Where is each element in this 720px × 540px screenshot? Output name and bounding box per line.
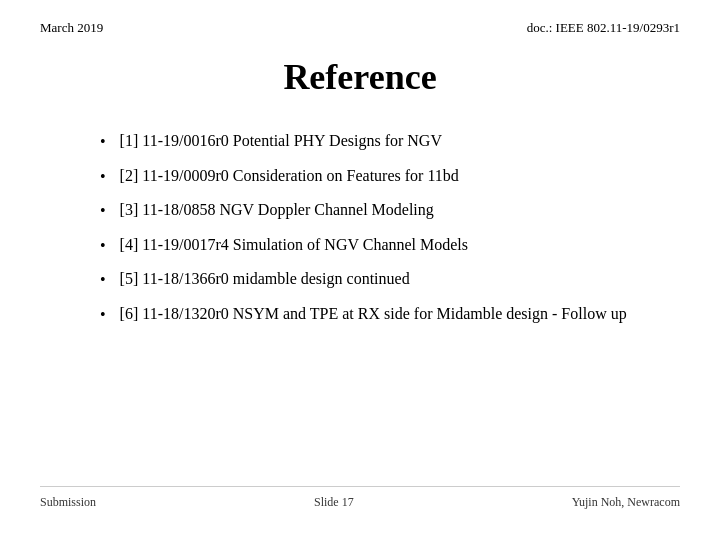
- footer: Submission Slide 17 Yujin Noh, Newracom: [40, 486, 680, 510]
- reference-text: [3] 11-18/0858 NGV Doppler Channel Model…: [120, 197, 434, 223]
- header-doc: doc.: IEEE 802.11-19/0293r1: [527, 20, 680, 36]
- list-item: •[4] 11-19/0017r4 Simulation of NGV Chan…: [100, 232, 680, 259]
- header-date: March 2019: [40, 20, 103, 36]
- bullet-icon: •: [100, 267, 106, 293]
- bullet-icon: •: [100, 129, 106, 155]
- bullet-icon: •: [100, 233, 106, 259]
- bullet-icon: •: [100, 302, 106, 328]
- header: March 2019 doc.: IEEE 802.11-19/0293r1: [40, 20, 680, 36]
- footer-slide: Slide 17: [314, 495, 354, 510]
- content-area: •[1] 11-19/0016r0 Potential PHY Designs …: [40, 128, 680, 486]
- list-item: •[5] 11-18/1366r0 midamble design contin…: [100, 266, 680, 293]
- reference-text: [6] 11-18/1320r0 NSYM and TPE at RX side…: [120, 301, 627, 327]
- reference-list: •[1] 11-19/0016r0 Potential PHY Designs …: [100, 128, 680, 328]
- reference-text: [2] 11-19/0009r0 Consideration on Featur…: [120, 163, 459, 189]
- bullet-icon: •: [100, 164, 106, 190]
- reference-text: [4] 11-19/0017r4 Simulation of NGV Chann…: [120, 232, 468, 258]
- bullet-icon: •: [100, 198, 106, 224]
- reference-text: [5] 11-18/1366r0 midamble design continu…: [120, 266, 410, 292]
- reference-text: [1] 11-19/0016r0 Potential PHY Designs f…: [120, 128, 442, 154]
- page-title: Reference: [40, 56, 680, 98]
- title-section: Reference: [40, 56, 680, 98]
- list-item: •[6] 11-18/1320r0 NSYM and TPE at RX sid…: [100, 301, 680, 328]
- list-item: •[2] 11-19/0009r0 Consideration on Featu…: [100, 163, 680, 190]
- list-item: •[3] 11-18/0858 NGV Doppler Channel Mode…: [100, 197, 680, 224]
- slide: March 2019 doc.: IEEE 802.11-19/0293r1 R…: [0, 0, 720, 540]
- list-item: •[1] 11-19/0016r0 Potential PHY Designs …: [100, 128, 680, 155]
- footer-author: Yujin Noh, Newracom: [572, 495, 680, 510]
- footer-submission: Submission: [40, 495, 96, 510]
